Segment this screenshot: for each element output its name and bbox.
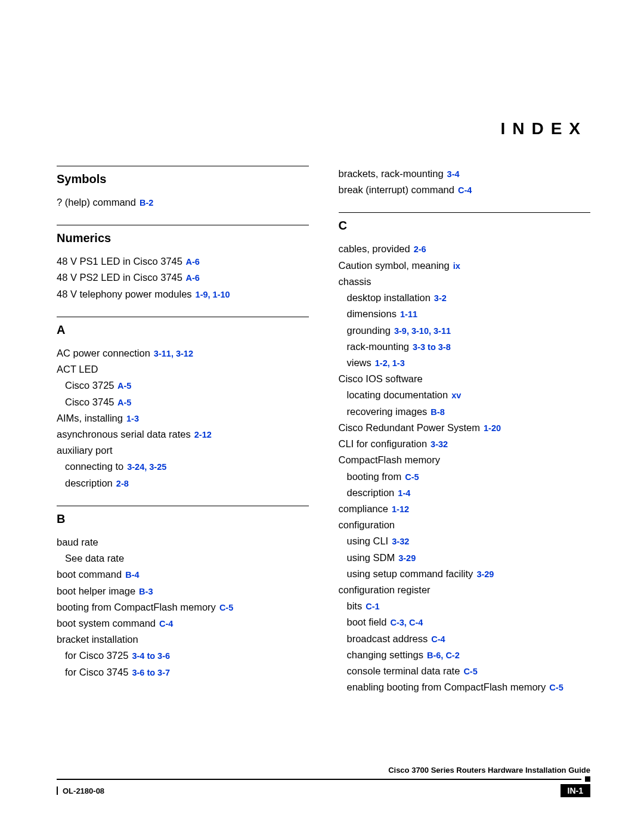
footer-doc-id: OL-2180-08 [63,786,104,795]
index-entry: for Cisco 3745 3-6 to 3-7 [57,664,309,680]
entry-page-ref[interactable]: 3-4 to 3-6 [129,651,170,661]
entry-page-ref[interactable]: B-3 [137,587,153,596]
entry-text: using setup command facility [347,568,473,579]
index-entry: See data rate [57,550,309,566]
index-entry: CompactFlash memory [339,452,591,468]
entry-page-ref[interactable]: 3-9, 3-10, 3-11 [392,326,451,336]
index-entry: bits C-1 [339,598,591,614]
index-entry: break (interrupt) command C-4 [339,182,591,198]
index-entry: AIMs, installing 1-3 [57,410,309,426]
entry-page-ref[interactable]: ix [451,261,460,271]
entry-text: cables, provided [339,243,410,254]
entry-text: description [65,478,113,488]
entry-text: CLI for configuration [339,438,428,449]
index-entry: CLI for configuration 3-32 [339,436,591,452]
index-entry: console terminal data rate C-5 [339,663,591,679]
entry-page-ref[interactable]: B-6, C-2 [425,651,460,660]
entry-page-ref[interactable]: B-4 [123,570,139,580]
entry-page-ref[interactable]: C-5 [217,603,233,612]
entry-page-ref[interactable]: A-6 [184,257,200,267]
entry-page-ref[interactable]: 3-4 [445,169,460,179]
index-entry: Cisco IOS software [339,371,591,387]
entry-page-ref[interactable]: C-4 [157,619,173,628]
entry-text: booting from CompactFlash memory [57,602,216,612]
entry-page-ref[interactable]: 3-32 [389,537,409,546]
entry-page-ref[interactable]: C-5 [402,472,419,482]
right-column: brackets, rack-mounting 3-4break (interr… [339,166,591,710]
footer-doc-id-wrap: OL-2180-08 [57,786,104,795]
section-heading: C [339,219,591,233]
section-heading: A [57,323,309,337]
entry-page-ref[interactable]: A-5 [116,398,132,407]
entry-page-ref[interactable]: A-5 [116,381,132,391]
index-entry: desktop installation 3-2 [339,290,591,306]
entry-text: rack-mounting [347,341,410,352]
entry-page-ref[interactable]: 2-12 [192,430,212,439]
index-entry: locating documentation xv [339,387,591,403]
entry-page-ref[interactable]: C-1 [363,602,379,611]
entry-page-ref[interactable]: A-6 [184,273,200,283]
index-entry: for Cisco 3725 3-4 to 3-6 [57,648,309,664]
index-entry: boot command B-4 [57,566,309,583]
entry-text: Cisco 3745 [65,397,114,407]
entry-text: See data rate [65,553,124,563]
entry-text: break (interrupt) command [339,184,454,195]
entry-text: brackets, rack-mounting [339,168,444,179]
entry-text: AIMs, installing [57,413,123,423]
entry-page-ref[interactable]: 3-24, 3-25 [125,462,166,472]
footer-guide-title: Cisco 3700 Series Routers Hardware Insta… [57,766,590,776]
entry-text: boot system command [57,618,156,628]
index-entry: asynchronous serial data rates 2-12 [57,426,309,442]
entry-text: baud rate [57,537,98,547]
entry-page-ref[interactable]: 3-32 [428,439,448,449]
entry-page-ref[interactable]: 1-11 [398,309,417,319]
entry-page-ref[interactable]: 1-9, 1-10 [193,290,230,299]
entry-page-ref[interactable]: 3-2 [432,293,447,303]
entry-text: locating documentation [347,389,448,400]
entry-page-ref[interactable]: 3-6 to 3-7 [129,668,170,677]
index-entry: ? (help) command B-2 [57,194,309,210]
entry-text: Cisco IOS software [339,373,423,384]
entry-text: enabling booting from CompactFlash memor… [347,682,546,692]
entry-page-ref[interactable]: C-4 [429,634,445,644]
entry-page-ref[interactable]: 3-29 [474,569,494,579]
entry-page-ref[interactable]: C-5 [547,683,563,692]
index-entry: 48 V PS1 LED in Cisco 3745 A-6 [57,253,309,270]
index-entry: description 1-4 [339,485,591,501]
entry-page-ref[interactable]: xv [449,391,461,400]
entry-page-ref[interactable]: 1-20 [481,423,501,433]
entry-page-ref[interactable]: 1-4 [395,488,410,498]
entry-page-ref[interactable]: 2-6 [411,244,426,254]
entry-text: auxiliary port [57,445,113,456]
entry-text: bracket installation [57,634,138,645]
page-title: INDEX [500,119,587,138]
entry-page-ref[interactable]: 1-12 [389,504,409,514]
entry-text: broadcast address [347,633,428,644]
entry-page-ref[interactable]: C-5 [461,667,477,676]
entry-text: grounding [347,325,391,336]
entry-page-ref[interactable]: 1-2, 1-3 [373,358,405,368]
index-page: INDEX Symbols? (help) command B-2Numeric… [0,0,644,833]
entry-page-ref[interactable]: 2-8 [114,479,129,488]
section-divider [57,166,309,166]
section-divider [339,212,591,213]
section-heading: Numerics [57,231,309,245]
entry-page-ref[interactable]: C-4 [456,185,472,195]
index-entry: booting from C-5 [339,469,591,485]
index-entry: boot field C-3, C-4 [339,614,591,630]
index-entry: chassis [339,274,591,290]
entry-page-ref[interactable]: 3-3 to 3-8 [410,342,451,352]
entry-page-ref[interactable]: C-3, C-4 [388,618,423,627]
index-entry: 48 V PS2 LED in Cisco 3745 A-6 [57,270,309,286]
entry-page-ref[interactable]: B-2 [137,198,153,208]
entry-page-ref[interactable]: 1-3 [124,414,139,423]
entry-text: desktop installation [347,292,431,303]
entry-page-ref[interactable]: 3-11, 3-12 [151,349,193,358]
index-entry: configuration register [339,582,591,598]
entry-page-ref[interactable]: B-8 [428,407,444,417]
entry-text: chassis [339,276,371,287]
index-entry: auxiliary port [57,442,309,459]
entry-text: AC power connection [57,348,150,358]
section-divider [57,317,309,317]
entry-page-ref[interactable]: 3-29 [396,553,416,563]
